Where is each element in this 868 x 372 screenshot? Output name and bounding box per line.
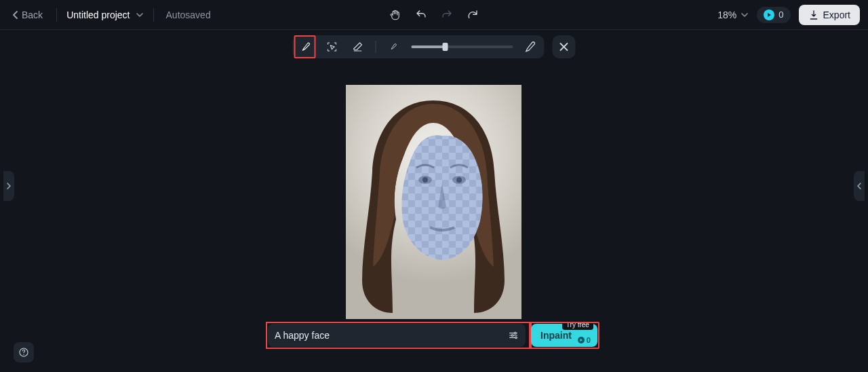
help-icon bbox=[18, 347, 29, 358]
app-header: Back Untitled project Autosaved 18% 0 bbox=[0, 0, 868, 30]
project-name-text: Untitled project bbox=[66, 10, 130, 20]
inpaint-button-wrap: Inpaint 0 Try free bbox=[531, 324, 597, 347]
inpaint-label: Inpaint bbox=[540, 330, 572, 341]
undo-button[interactable] bbox=[414, 8, 428, 22]
brush-small-icon bbox=[389, 41, 399, 52]
chevron-right-icon bbox=[6, 182, 12, 190]
back-label: Back bbox=[22, 10, 43, 20]
toolbar-main bbox=[293, 35, 545, 58]
download-icon bbox=[808, 10, 819, 20]
inpaint-mask bbox=[395, 132, 490, 261]
undo-icon bbox=[415, 9, 427, 21]
brush-size-slider[interactable] bbox=[412, 45, 513, 48]
svg-point-12 bbox=[511, 335, 513, 337]
credits-icon bbox=[764, 10, 774, 20]
zoom-value: 18% bbox=[717, 10, 736, 20]
inpaint-cost: 0 bbox=[578, 336, 591, 344]
prompt-text: A happy face bbox=[275, 330, 502, 341]
close-icon bbox=[559, 42, 569, 52]
header-center-tools bbox=[389, 8, 479, 22]
svg-point-8 bbox=[456, 177, 462, 183]
brush-large-icon bbox=[524, 40, 538, 54]
divider bbox=[376, 41, 376, 53]
smart-select-icon bbox=[326, 41, 338, 53]
help-button[interactable] bbox=[14, 342, 34, 362]
credits-pill[interactable]: 0 bbox=[757, 7, 790, 23]
chevron-left-icon bbox=[856, 182, 862, 190]
sliders-icon bbox=[508, 330, 519, 341]
header-right: 18% 0 Export bbox=[717, 5, 860, 25]
project-name-dropdown[interactable]: Untitled project bbox=[66, 10, 143, 20]
svg-point-13 bbox=[515, 337, 517, 339]
export-button[interactable]: Export bbox=[799, 5, 860, 25]
canvas-image[interactable] bbox=[346, 85, 521, 319]
eraser-icon bbox=[352, 41, 364, 53]
prompt-settings-button[interactable] bbox=[508, 330, 519, 341]
export-label: Export bbox=[823, 10, 850, 20]
chevron-down-icon bbox=[741, 11, 749, 19]
divider bbox=[153, 8, 154, 22]
brush-icon bbox=[300, 41, 313, 53]
smart-select-tool-button[interactable] bbox=[324, 39, 340, 55]
autosave-status: Autosaved bbox=[166, 10, 211, 20]
prompt-bar: A happy face Inpaint 0 Try free bbox=[268, 324, 604, 347]
masking-toolbar bbox=[293, 35, 576, 58]
prompt-input[interactable]: A happy face bbox=[268, 324, 526, 347]
slider-thumb[interactable] bbox=[442, 43, 448, 51]
chevron-down-icon bbox=[136, 11, 144, 19]
reset-button[interactable] bbox=[466, 8, 479, 22]
hand-icon bbox=[389, 9, 401, 21]
brush-tool-button[interactable] bbox=[298, 39, 315, 55]
credits-count: 0 bbox=[778, 10, 783, 20]
back-button[interactable]: Back bbox=[8, 7, 47, 23]
close-mask-mode-button[interactable] bbox=[553, 35, 576, 58]
svg-point-7 bbox=[422, 177, 428, 183]
right-panel-toggle[interactable] bbox=[854, 171, 865, 201]
redo-icon bbox=[441, 9, 453, 21]
try-free-badge: Try free bbox=[562, 320, 593, 330]
pan-hand-button[interactable] bbox=[389, 8, 402, 22]
brush-size-increase-button[interactable] bbox=[523, 39, 539, 55]
svg-point-11 bbox=[514, 332, 516, 334]
refresh-icon bbox=[467, 9, 479, 21]
eraser-tool-button[interactable] bbox=[350, 39, 366, 55]
chevron-left-icon bbox=[12, 11, 19, 19]
redo-button[interactable] bbox=[440, 8, 454, 22]
divider bbox=[56, 8, 57, 22]
brush-size-decrease-button[interactable] bbox=[386, 39, 402, 55]
credits-mini-icon bbox=[578, 337, 585, 343]
zoom-dropdown[interactable]: 18% bbox=[717, 10, 749, 20]
left-panel-toggle[interactable] bbox=[3, 171, 14, 201]
slider-fill bbox=[412, 45, 446, 48]
svg-point-10 bbox=[23, 354, 24, 355]
